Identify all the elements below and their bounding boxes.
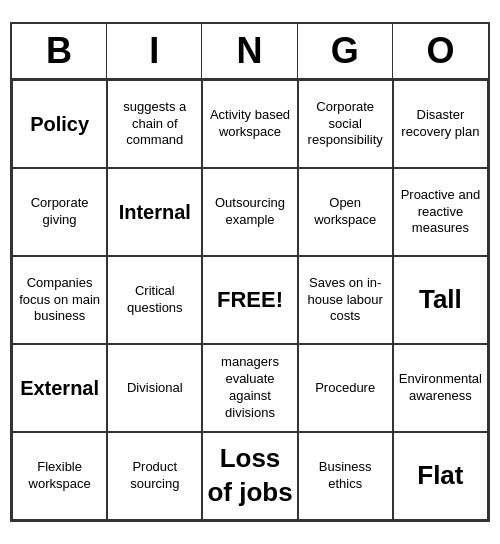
bingo-header: BINGO — [12, 24, 488, 80]
bingo-cell-3: Corporate social responsibility — [298, 80, 393, 168]
bingo-cell-14: Tall — [393, 256, 488, 344]
bingo-cell-23: Business ethics — [298, 432, 393, 520]
bingo-grid: Policysuggests a chain of commandActivit… — [12, 80, 488, 520]
bingo-cell-16: Divisional — [107, 344, 202, 432]
bingo-letter-o: O — [393, 24, 488, 78]
bingo-letter-g: G — [298, 24, 393, 78]
bingo-letter-b: B — [12, 24, 107, 78]
bingo-cell-24: Flat — [393, 432, 488, 520]
bingo-cell-10: Companies focus on main business — [12, 256, 107, 344]
bingo-cell-12: FREE! — [202, 256, 297, 344]
bingo-cell-17: managers evaluate against divisions — [202, 344, 297, 432]
bingo-cell-22: Loss of jobs — [202, 432, 297, 520]
bingo-cell-7: Outsourcing example — [202, 168, 297, 256]
bingo-letter-i: I — [107, 24, 202, 78]
bingo-cell-11: Critical questions — [107, 256, 202, 344]
bingo-letter-n: N — [202, 24, 297, 78]
bingo-cell-4: Disaster recovery plan — [393, 80, 488, 168]
bingo-cell-9: Proactive and reactive measures — [393, 168, 488, 256]
bingo-cell-6: Internal — [107, 168, 202, 256]
bingo-cell-0: Policy — [12, 80, 107, 168]
bingo-cell-8: Open workspace — [298, 168, 393, 256]
bingo-cell-2: Activity based workspace — [202, 80, 297, 168]
bingo-cell-1: suggests a chain of command — [107, 80, 202, 168]
bingo-cell-5: Corporate giving — [12, 168, 107, 256]
bingo-cell-13: Saves on in-house labour costs — [298, 256, 393, 344]
bingo-cell-21: Product sourcing — [107, 432, 202, 520]
bingo-cell-20: Flexible workspace — [12, 432, 107, 520]
bingo-cell-18: Procedure — [298, 344, 393, 432]
bingo-cell-15: External — [12, 344, 107, 432]
bingo-card: BINGO Policysuggests a chain of commandA… — [10, 22, 490, 522]
bingo-cell-19: Environmental awareness — [393, 344, 488, 432]
